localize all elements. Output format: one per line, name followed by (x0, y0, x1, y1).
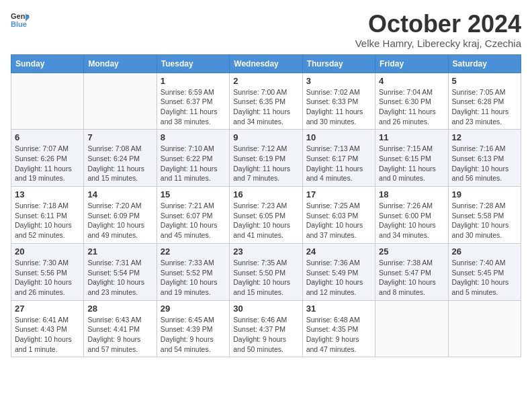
day-number: 7 (87, 132, 152, 142)
calendar-cell (375, 300, 448, 357)
svg-text:Blue: Blue (11, 20, 27, 28)
day-info: Sunrise: 7:13 AMSunset: 6:17 PMDaylight:… (306, 144, 371, 183)
day-number: 29 (161, 304, 226, 314)
day-info: Sunrise: 6:41 AMSunset: 4:43 PMDaylight:… (15, 315, 80, 355)
weekday-header-monday: Monday (84, 54, 157, 73)
day-info: Sunrise: 7:35 AMSunset: 5:50 PMDaylight:… (233, 258, 298, 298)
day-number: 27 (15, 304, 80, 314)
calendar-cell: 28Sunrise: 6:43 AMSunset: 4:41 PMDayligh… (84, 300, 157, 357)
day-number: 23 (233, 246, 298, 257)
calendar: SundayMondayTuesdayWednesdayThursdayFrid… (11, 54, 521, 358)
calendar-cell: 29Sunrise: 6:45 AMSunset: 4:39 PMDayligh… (157, 300, 229, 357)
day-info: Sunrise: 6:43 AMSunset: 4:41 PMDaylight:… (87, 315, 152, 355)
day-info: Sunrise: 6:46 AMSunset: 4:37 PMDaylight:… (233, 315, 298, 355)
calendar-cell: 31Sunrise: 6:48 AMSunset: 4:35 PMDayligh… (302, 300, 375, 357)
week-row-5: 27Sunrise: 6:41 AMSunset: 4:43 PMDayligh… (11, 300, 521, 357)
day-number: 8 (161, 132, 226, 142)
calendar-cell: 17Sunrise: 7:25 AMSunset: 6:03 PMDayligh… (302, 187, 375, 244)
day-number: 30 (233, 304, 298, 314)
weekday-header-row: SundayMondayTuesdayWednesdayThursdayFrid… (11, 54, 521, 73)
day-info: Sunrise: 7:23 AMSunset: 6:05 PMDaylight:… (233, 201, 298, 240)
calendar-cell: 15Sunrise: 7:21 AMSunset: 6:07 PMDayligh… (157, 187, 229, 244)
day-number: 4 (379, 76, 444, 86)
calendar-cell: 5Sunrise: 7:05 AMSunset: 6:28 PMDaylight… (448, 73, 521, 130)
logo-icon: General Blue (11, 11, 30, 30)
calendar-cell: 9Sunrise: 7:12 AMSunset: 6:19 PMDaylight… (230, 130, 302, 187)
day-info: Sunrise: 7:16 AMSunset: 6:13 PMDaylight:… (452, 144, 517, 183)
calendar-cell: 12Sunrise: 7:16 AMSunset: 6:13 PMDayligh… (448, 130, 521, 187)
day-info: Sunrise: 7:05 AMSunset: 6:28 PMDaylight:… (452, 87, 517, 127)
logo: General Blue (11, 11, 30, 30)
day-number: 3 (306, 76, 371, 86)
calendar-cell: 27Sunrise: 6:41 AMSunset: 4:43 PMDayligh… (11, 300, 84, 357)
day-number: 25 (379, 246, 444, 257)
day-number: 21 (87, 246, 152, 257)
day-number: 31 (306, 304, 371, 314)
day-info: Sunrise: 7:21 AMSunset: 6:07 PMDaylight:… (161, 201, 226, 240)
week-row-2: 6Sunrise: 7:07 AMSunset: 6:26 PMDaylight… (11, 130, 521, 187)
day-number: 16 (233, 189, 298, 199)
calendar-cell: 19Sunrise: 7:28 AMSunset: 5:58 PMDayligh… (448, 187, 521, 244)
week-row-1: 1Sunrise: 6:59 AMSunset: 6:37 PMDaylight… (11, 73, 521, 130)
day-info: Sunrise: 6:48 AMSunset: 4:35 PMDaylight:… (306, 315, 371, 355)
day-info: Sunrise: 7:10 AMSunset: 6:22 PMDaylight:… (161, 144, 226, 183)
calendar-cell: 18Sunrise: 7:26 AMSunset: 6:00 PMDayligh… (375, 187, 448, 244)
calendar-cell: 21Sunrise: 7:31 AMSunset: 5:54 PMDayligh… (84, 243, 157, 300)
week-row-3: 13Sunrise: 7:18 AMSunset: 6:11 PMDayligh… (11, 187, 521, 244)
day-info: Sunrise: 7:25 AMSunset: 6:03 PMDaylight:… (306, 201, 371, 240)
day-info: Sunrise: 7:40 AMSunset: 5:45 PMDaylight:… (452, 258, 517, 298)
calendar-cell (84, 73, 157, 130)
calendar-cell: 3Sunrise: 7:02 AMSunset: 6:33 PMDaylight… (302, 73, 375, 130)
calendar-cell: 6Sunrise: 7:07 AMSunset: 6:26 PMDaylight… (11, 130, 84, 187)
day-info: Sunrise: 7:38 AMSunset: 5:47 PMDaylight:… (379, 258, 444, 298)
calendar-cell: 14Sunrise: 7:20 AMSunset: 6:09 PMDayligh… (84, 187, 157, 244)
day-info: Sunrise: 7:31 AMSunset: 5:54 PMDaylight:… (87, 258, 152, 298)
day-number: 6 (15, 132, 80, 142)
calendar-cell: 11Sunrise: 7:15 AMSunset: 6:15 PMDayligh… (375, 130, 448, 187)
day-info: Sunrise: 7:33 AMSunset: 5:52 PMDaylight:… (161, 258, 226, 298)
day-info: Sunrise: 7:20 AMSunset: 6:09 PMDaylight:… (87, 201, 152, 240)
month-title: October 2024 (355, 11, 521, 38)
calendar-cell: 8Sunrise: 7:10 AMSunset: 6:22 PMDaylight… (157, 130, 229, 187)
day-info: Sunrise: 7:26 AMSunset: 6:00 PMDaylight:… (379, 201, 444, 240)
day-info: Sunrise: 7:30 AMSunset: 5:56 PMDaylight:… (15, 258, 80, 298)
day-number: 28 (87, 304, 152, 314)
day-number: 17 (306, 189, 371, 199)
weekday-header-friday: Friday (375, 54, 448, 73)
day-number: 1 (161, 76, 226, 86)
day-info: Sunrise: 7:02 AMSunset: 6:33 PMDaylight:… (306, 87, 371, 127)
day-number: 22 (161, 246, 226, 257)
weekday-header-sunday: Sunday (11, 54, 84, 73)
day-number: 2 (233, 76, 298, 86)
day-info: Sunrise: 7:07 AMSunset: 6:26 PMDaylight:… (15, 144, 80, 183)
calendar-cell: 10Sunrise: 7:13 AMSunset: 6:17 PMDayligh… (302, 130, 375, 187)
day-number: 24 (306, 246, 371, 257)
day-info: Sunrise: 7:28 AMSunset: 5:58 PMDaylight:… (452, 201, 517, 240)
page-header: General Blue October 2024 Velke Hamry, L… (11, 11, 521, 49)
day-number: 11 (379, 132, 444, 142)
day-number: 10 (306, 132, 371, 142)
calendar-cell: 24Sunrise: 7:36 AMSunset: 5:49 PMDayligh… (302, 243, 375, 300)
calendar-cell: 1Sunrise: 6:59 AMSunset: 6:37 PMDaylight… (157, 73, 229, 130)
day-number: 19 (452, 189, 517, 199)
calendar-cell (448, 300, 521, 357)
title-block: October 2024 Velke Hamry, Liberecky kraj… (355, 11, 521, 49)
calendar-cell: 22Sunrise: 7:33 AMSunset: 5:52 PMDayligh… (157, 243, 229, 300)
day-info: Sunrise: 7:36 AMSunset: 5:49 PMDaylight:… (306, 258, 371, 298)
day-info: Sunrise: 7:08 AMSunset: 6:24 PMDaylight:… (87, 144, 152, 183)
calendar-cell: 13Sunrise: 7:18 AMSunset: 6:11 PMDayligh… (11, 187, 84, 244)
day-info: Sunrise: 7:12 AMSunset: 6:19 PMDaylight:… (233, 144, 298, 183)
calendar-cell: 25Sunrise: 7:38 AMSunset: 5:47 PMDayligh… (375, 243, 448, 300)
calendar-cell: 20Sunrise: 7:30 AMSunset: 5:56 PMDayligh… (11, 243, 84, 300)
day-info: Sunrise: 6:45 AMSunset: 4:39 PMDaylight:… (161, 315, 226, 355)
location: Velke Hamry, Liberecky kraj, Czechia (355, 38, 521, 49)
day-info: Sunrise: 6:59 AMSunset: 6:37 PMDaylight:… (161, 87, 226, 127)
day-info: Sunrise: 7:00 AMSunset: 6:35 PMDaylight:… (233, 87, 298, 127)
calendar-cell: 16Sunrise: 7:23 AMSunset: 6:05 PMDayligh… (230, 187, 302, 244)
calendar-cell: 7Sunrise: 7:08 AMSunset: 6:24 PMDaylight… (84, 130, 157, 187)
weekday-header-tuesday: Tuesday (157, 54, 229, 73)
day-number: 20 (15, 246, 80, 257)
week-row-4: 20Sunrise: 7:30 AMSunset: 5:56 PMDayligh… (11, 243, 521, 300)
day-number: 14 (87, 189, 152, 199)
day-number: 5 (452, 76, 517, 86)
